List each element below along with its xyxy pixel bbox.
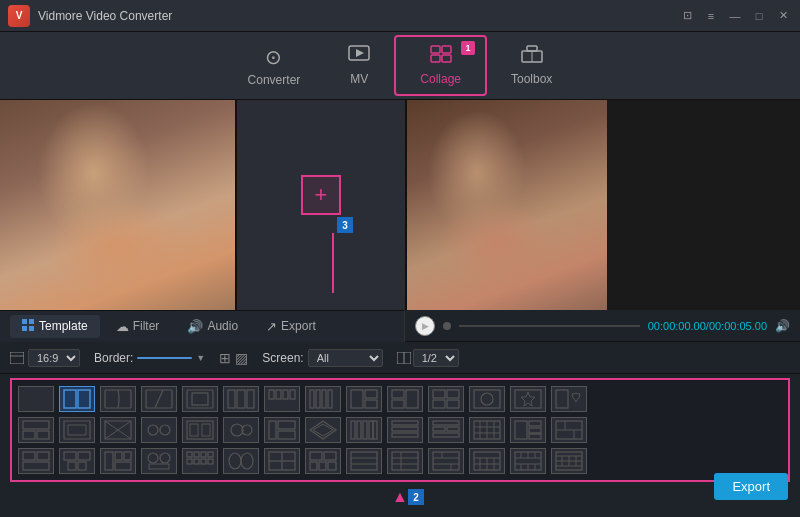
template-r2-10[interactable] (387, 417, 423, 443)
template-circle[interactable] (469, 386, 505, 412)
window-controls[interactable]: ⊡ ≡ — □ ✕ (678, 9, 792, 23)
template-wavy[interactable] (100, 386, 136, 412)
right-panel (407, 100, 800, 310)
template-r2-4[interactable] (141, 417, 177, 443)
template-r3-11[interactable] (428, 448, 464, 474)
svg-rect-11 (22, 326, 27, 331)
titlebar: V Vidmore Video Converter ⊡ ≡ — □ ✕ (0, 0, 800, 32)
template-r3-6[interactable] (223, 448, 259, 474)
nav-tabs: ⊙ Converter MV Collage 1 Toolbox (0, 32, 800, 100)
template-5row[interactable] (305, 386, 341, 412)
template-r3-12[interactable] (469, 448, 505, 474)
ratio-select[interactable]: 16:9 4:3 1:1 9:16 (28, 349, 80, 367)
settings-button[interactable]: ⊡ (678, 9, 696, 23)
tab-template[interactable]: Template (10, 315, 100, 338)
template-r3-14[interactable] (551, 448, 587, 474)
svg-rect-28 (276, 390, 281, 399)
template-grid2x2[interactable] (428, 386, 464, 412)
grid-icon[interactable]: ⊞ (219, 350, 231, 366)
template-r3-3[interactable] (100, 448, 136, 474)
export-button[interactable]: Export (714, 473, 788, 500)
template-2plus1[interactable] (346, 386, 382, 412)
svg-rect-106 (149, 464, 169, 469)
svg-rect-10 (29, 319, 34, 324)
template-4eq[interactable] (264, 386, 300, 412)
template-r3-5[interactable] (182, 448, 218, 474)
template-diag[interactable] (141, 386, 177, 412)
template-heart[interactable] (551, 386, 587, 412)
svg-point-55 (148, 425, 158, 435)
screen-select[interactable]: All Screen 1 Screen 2 (308, 349, 383, 367)
template-r2-3[interactable] (100, 417, 136, 443)
progress-bar[interactable] (459, 325, 640, 327)
svg-rect-50 (23, 421, 49, 429)
template-r3-7[interactable] (264, 448, 300, 474)
template-r3-9[interactable] (346, 448, 382, 474)
template-r2-11[interactable] (428, 417, 464, 443)
right-video-face (407, 100, 607, 310)
template-r3-8[interactable] (305, 448, 341, 474)
badge-number-2: 2 (408, 489, 424, 505)
template-r2-13[interactable] (510, 417, 546, 443)
svg-rect-77 (447, 427, 459, 431)
svg-rect-87 (529, 428, 541, 433)
half-select[interactable]: 1/2 1/3 1/4 (413, 349, 459, 367)
tab-converter[interactable]: ⊙ Converter (224, 37, 325, 95)
collage-icon (430, 45, 452, 68)
audio-icon: 🔊 (187, 319, 203, 334)
tab-collage-label: Collage (420, 72, 461, 86)
tab-audio[interactable]: 🔊 Audio (175, 315, 250, 338)
svg-rect-70 (369, 421, 373, 439)
template-r2-14[interactable] (551, 417, 587, 443)
add-video-button[interactable]: + (301, 175, 341, 215)
minimize-button[interactable]: — (726, 9, 744, 23)
template-star[interactable] (510, 386, 546, 412)
template-1plus2[interactable] (387, 386, 423, 412)
template-r2-1[interactable] (18, 417, 54, 443)
close-button[interactable]: ✕ (774, 9, 792, 23)
template-r2-7[interactable] (264, 417, 300, 443)
template-r3-10[interactable] (387, 448, 423, 474)
svg-rect-35 (351, 390, 363, 408)
maximize-button[interactable]: □ (750, 9, 768, 23)
export-label: Export (281, 319, 316, 333)
half-control: 1/2 1/3 1/4 (397, 349, 459, 367)
template-r2-6[interactable] (223, 417, 259, 443)
menu-button[interactable]: ≡ (702, 9, 720, 23)
border-dropdown-arrow[interactable]: ▼ (196, 353, 205, 363)
svg-rect-59 (202, 424, 210, 436)
tab-filter[interactable]: ☁ Filter (104, 315, 172, 338)
time-display: 00:00:00.00/00:00:05.00 (648, 320, 767, 332)
tab-mv[interactable]: MV (324, 37, 394, 94)
template-r3-1[interactable] (18, 448, 54, 474)
template-r3-4[interactable] (141, 448, 177, 474)
tab-collage[interactable]: Collage 1 (394, 35, 487, 96)
template-r2-9[interactable] (346, 417, 382, 443)
play-button[interactable]: ▶ (415, 316, 435, 336)
tab-export[interactable]: ↗ Export (254, 315, 328, 338)
svg-rect-110 (208, 452, 213, 457)
template-r2-12[interactable] (469, 417, 505, 443)
tab-toolbox[interactable]: Toolbox (487, 37, 576, 94)
app-logo: V (8, 5, 30, 27)
stripe-icon[interactable]: ▨ (235, 350, 248, 366)
template-blank[interactable] (18, 386, 54, 412)
right-black-area (607, 100, 800, 310)
template-rect[interactable] (182, 386, 218, 412)
svg-rect-67 (351, 421, 355, 439)
svg-rect-18 (78, 390, 90, 408)
template-r2-2[interactable] (59, 417, 95, 443)
svg-marker-48 (521, 392, 535, 406)
svg-rect-34 (328, 390, 332, 408)
template-3col[interactable] (223, 386, 259, 412)
template-2h[interactable] (59, 386, 95, 412)
template-r2-8[interactable] (305, 417, 341, 443)
template-r2-5[interactable] (182, 417, 218, 443)
svg-rect-94 (37, 452, 49, 460)
svg-rect-97 (78, 452, 90, 460)
svg-rect-24 (228, 390, 235, 408)
mv-icon (348, 45, 370, 68)
template-r3-13[interactable] (510, 448, 546, 474)
template-r3-2[interactable] (59, 448, 95, 474)
volume-icon[interactable]: 🔊 (775, 319, 790, 333)
